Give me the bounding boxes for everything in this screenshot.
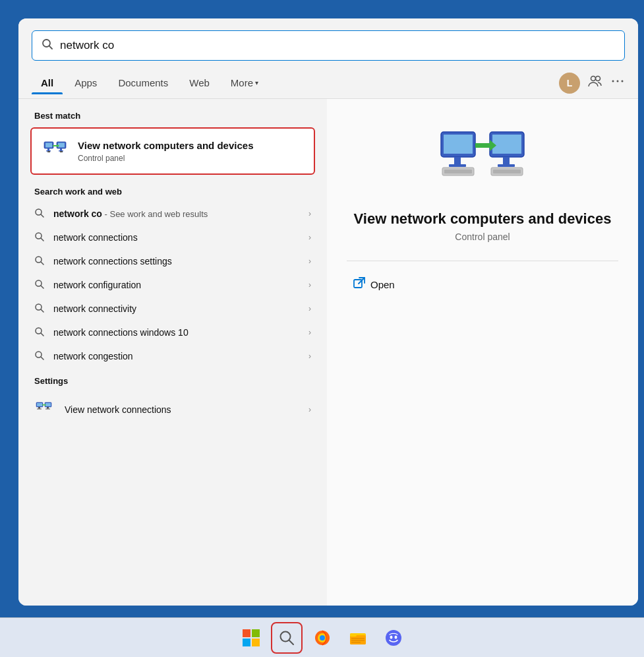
svg-rect-13	[60, 148, 62, 150]
taskbar-file-explorer-button[interactable]	[342, 622, 374, 654]
windows-logo-icon	[243, 629, 260, 646]
chevron-right-icon-1: ›	[308, 233, 311, 242]
chevron-right-icon-5: ›	[308, 328, 311, 337]
tab-more[interactable]: More ▾	[221, 72, 268, 94]
settings-item-text-0: View network connections	[65, 404, 308, 415]
svg-line-60	[289, 641, 293, 644]
search-input[interactable]	[60, 39, 615, 52]
svg-rect-37	[42, 404, 45, 406]
taskbar-firefox-button[interactable]	[307, 622, 338, 654]
svg-rect-48	[492, 135, 521, 154]
search-result-text-2: network connections settings	[53, 256, 308, 266]
svg-point-63	[320, 635, 325, 641]
taskbar	[0, 617, 644, 657]
search-result-text-1: network connections	[53, 232, 308, 243]
search-result-text-6: network congestion	[53, 351, 308, 361]
search-result-item-1[interactable]: network connections ›	[18, 226, 327, 249]
desktop: All Apps Documents Web More ▾ L	[0, 0, 644, 657]
svg-line-30	[41, 333, 44, 336]
search-result-icon-0	[34, 208, 44, 220]
svg-rect-45	[454, 157, 461, 164]
taskbar-search-button[interactable]	[271, 622, 303, 654]
svg-point-6	[622, 80, 624, 82]
detail-divider	[347, 261, 618, 261]
search-result-text-5: network connections windows 10	[53, 327, 308, 338]
svg-rect-49	[503, 157, 510, 164]
svg-rect-9	[47, 148, 49, 150]
svg-point-72	[394, 635, 397, 639]
search-result-item-5[interactable]: network connections windows 10 ›	[18, 321, 327, 344]
best-match-title: View network computers and devices	[78, 139, 253, 152]
svg-point-3	[596, 77, 600, 81]
detail-icon	[440, 125, 525, 197]
settings-item-icon-0	[34, 399, 55, 420]
svg-rect-67	[351, 638, 365, 639]
people-icon[interactable]	[588, 74, 602, 92]
best-match-item[interactable]: View network computers and devices Contr…	[30, 127, 315, 175]
svg-rect-46	[449, 164, 466, 167]
search-result-icon-5	[34, 327, 44, 338]
discord-icon	[384, 629, 403, 647]
svg-point-4	[612, 80, 614, 82]
more-options-icon[interactable]	[610, 74, 625, 92]
svg-rect-51	[475, 143, 490, 148]
svg-rect-41	[37, 409, 42, 410]
svg-rect-50	[498, 164, 515, 167]
svg-rect-36	[45, 403, 51, 406]
search-result-item-2[interactable]: network connections settings ›	[18, 249, 327, 273]
svg-rect-56	[493, 170, 521, 173]
right-panel: View network computers and devices Contr…	[327, 99, 638, 606]
taskbar-start-button[interactable]	[235, 622, 267, 654]
svg-rect-8	[45, 143, 52, 148]
settings-section-label: Settings	[18, 376, 327, 392]
tab-documents[interactable]: Documents	[109, 72, 177, 94]
svg-line-26	[41, 286, 44, 288]
tab-all[interactable]: All	[32, 72, 63, 94]
svg-line-22	[41, 238, 44, 241]
best-match-icon	[42, 138, 69, 164]
svg-point-2	[591, 77, 596, 81]
search-result-item-3[interactable]: network configuration ›	[18, 273, 327, 297]
file-explorer-icon	[349, 629, 367, 647]
svg-line-1	[49, 46, 52, 48]
chevron-right-settings-0: ›	[308, 405, 311, 414]
svg-line-24	[41, 262, 44, 265]
chevron-right-icon-2: ›	[308, 257, 311, 266]
tabs-bar: All Apps Documents Web More ▾ L	[18, 67, 638, 99]
search-result-item-6[interactable]: network congestion ›	[18, 344, 327, 368]
firefox-icon	[313, 629, 332, 647]
svg-rect-40	[47, 407, 49, 409]
svg-rect-39	[38, 407, 40, 409]
search-result-icon-1	[34, 232, 44, 243]
detail-subtitle: Control panel	[455, 232, 510, 242]
search-bar-container	[18, 18, 638, 67]
svg-rect-66	[350, 633, 357, 637]
tab-apps[interactable]: Apps	[65, 72, 106, 94]
search-result-item-4[interactable]: network connectivity ›	[18, 297, 327, 321]
svg-point-5	[617, 80, 619, 82]
svg-point-59	[280, 631, 290, 641]
search-result-item-0[interactable]: network co - See work and web results ›	[18, 202, 327, 226]
svg-line-32	[41, 357, 44, 360]
search-work-web-label: Search work and web	[18, 187, 327, 202]
settings-item-0[interactable]: View network connections ›	[18, 392, 327, 427]
taskbar-discord-button[interactable]	[378, 622, 409, 654]
search-result-icon-3	[34, 279, 44, 291]
best-match-text: View network computers and devices Contr…	[78, 139, 253, 163]
taskbar-search-icon	[278, 629, 295, 646]
chevron-right-icon-4: ›	[308, 304, 311, 313]
settings-section: Settings	[18, 368, 327, 427]
svg-point-71	[390, 635, 392, 639]
svg-rect-15	[53, 145, 57, 146]
best-match-subtitle: Control panel	[78, 154, 253, 163]
user-avatar[interactable]: L	[559, 73, 580, 94]
tabs-right: L	[559, 73, 625, 94]
search-input-wrapper[interactable]	[32, 30, 625, 61]
search-result-text-0: network co - See work and web results	[53, 208, 308, 219]
search-result-icon-2	[34, 255, 44, 267]
svg-rect-69	[351, 642, 361, 643]
detail-open-button[interactable]: Open	[347, 273, 401, 296]
svg-rect-44	[444, 135, 473, 154]
tab-web[interactable]: Web	[180, 72, 219, 94]
svg-rect-54	[444, 170, 472, 173]
